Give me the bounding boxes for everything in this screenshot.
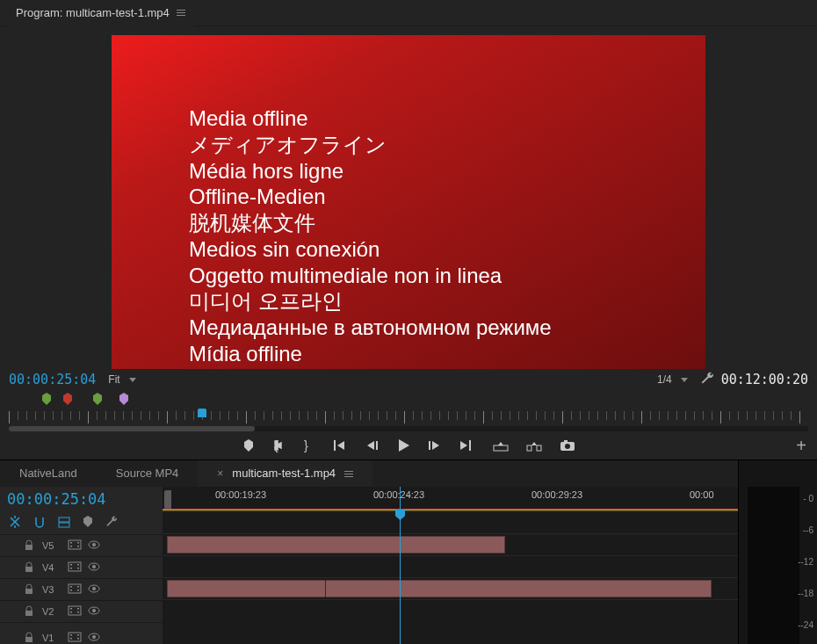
mark-out-button[interactable]: } [304, 439, 315, 452]
settings-icon[interactable] [700, 372, 714, 388]
svg-rect-15 [69, 540, 81, 549]
eye-icon[interactable] [88, 562, 98, 573]
track-header[interactable]: V3 [0, 578, 163, 600]
svg-rect-18 [77, 542, 79, 544]
svg-point-21 [92, 543, 96, 546]
filmstrip-icon[interactable] [69, 584, 79, 595]
timeline-settings-icon[interactable] [105, 516, 118, 531]
eye-icon[interactable] [88, 584, 98, 595]
timeline-tracks-area[interactable]: 00:00:19:2300:00:24:2300:00:29:2300:00 [163, 487, 738, 644]
marker[interactable] [63, 393, 70, 403]
eye-icon[interactable] [88, 606, 98, 617]
svg-point-53 [92, 635, 96, 639]
svg-rect-39 [69, 606, 81, 615]
linked-selection-icon[interactable] [58, 516, 70, 531]
svg-text:{: { [274, 438, 278, 452]
track-header[interactable]: V4 [0, 556, 163, 578]
lock-icon[interactable] [25, 606, 33, 618]
program-ruler[interactable] [0, 409, 817, 431]
play-button[interactable] [399, 439, 409, 452]
step-forward-button[interactable] [429, 440, 441, 451]
clip[interactable] [167, 580, 712, 597]
duration-timecode[interactable]: 00:12:00:20 [721, 372, 808, 387]
svg-rect-22 [25, 567, 33, 572]
tab-menu-icon[interactable] [344, 471, 353, 477]
track-header[interactable]: V5 [0, 534, 163, 556]
button-editor-icon[interactable]: + [796, 436, 806, 456]
db-label: --18 [798, 578, 813, 610]
mini-playhead[interactable] [198, 409, 206, 417]
ruler-label: 00:00 [690, 489, 714, 500]
db-label: --6 [798, 515, 813, 546]
marker[interactable] [93, 393, 100, 403]
svg-rect-26 [77, 564, 79, 566]
export-frame-button[interactable] [560, 440, 575, 451]
add-marker-button[interactable] [242, 439, 255, 452]
svg-rect-43 [77, 611, 79, 613]
filmstrip-icon[interactable] [69, 562, 79, 573]
lock-icon[interactable] [25, 540, 33, 552]
eye-icon[interactable] [88, 633, 98, 643]
svg-rect-51 [77, 638, 79, 640]
viewer-area: Media offlineメディアオフラインMédia hors ligneOf… [0, 26, 817, 369]
add-marker-icon[interactable] [83, 516, 93, 531]
svg-rect-40 [70, 608, 72, 610]
marker[interactable] [42, 393, 49, 403]
sequence-tab[interactable]: ×multicam-test-1.mp4 [198, 460, 372, 487]
audio-meter [748, 487, 799, 644]
step-back-button[interactable] [367, 440, 380, 451]
marker[interactable] [119, 393, 127, 403]
sequence-tab[interactable]: Source MP4 [97, 460, 199, 487]
in-point-marker[interactable] [164, 490, 171, 510]
clip[interactable] [167, 536, 505, 554]
track-lane[interactable] [163, 555, 738, 577]
zoom-dropdown[interactable]: Fit [103, 372, 141, 387]
filmstrip-icon[interactable] [69, 540, 79, 551]
svg-rect-42 [77, 608, 79, 610]
svg-rect-41 [70, 611, 72, 613]
ruler-label: 00:00:29:23 [531, 489, 582, 500]
program-tab[interactable]: Program: multicam-test-1.mp4 [7, 0, 194, 26]
track-header[interactable]: V1 [0, 622, 163, 644]
chevron-down-icon [681, 378, 688, 382]
track-lane[interactable] [163, 577, 738, 599]
lock-icon[interactable] [25, 584, 33, 596]
panel-menu-icon[interactable] [177, 10, 185, 16]
mark-in-button[interactable]: { [274, 439, 285, 452]
timeline-timecode[interactable]: 00:00:25:04 [7, 490, 106, 508]
svg-rect-27 [77, 568, 79, 569]
program-monitor-panel: Program: multicam-test-1.mp4 Media offli… [0, 0, 817, 459]
transport-bar: { } + [0, 431, 817, 459]
snap-toggle-icon[interactable] [33, 516, 46, 531]
nest-toggle-icon[interactable] [9, 516, 21, 531]
close-tab-icon[interactable]: × [217, 460, 223, 487]
lift-button[interactable] [494, 440, 508, 451]
track-label: V5 [42, 540, 60, 551]
timeline-playhead[interactable] [400, 487, 401, 644]
filmstrip-icon[interactable] [69, 606, 79, 617]
db-label: --12 [798, 546, 813, 578]
db-label: --24 [798, 610, 813, 641]
filmstrip-icon[interactable] [69, 633, 79, 643]
go-to-out-button[interactable] [460, 440, 474, 451]
svg-rect-25 [70, 568, 72, 569]
markers-strip[interactable] [0, 390, 817, 409]
lock-icon[interactable] [25, 562, 33, 574]
lock-icon[interactable] [25, 633, 33, 644]
go-to-in-button[interactable] [334, 440, 348, 451]
eye-icon[interactable] [88, 540, 98, 551]
sequence-tab[interactable]: NativeLand [0, 460, 97, 487]
resolution-dropdown[interactable]: 1/4 [652, 372, 693, 387]
track-lane[interactable] [163, 533, 738, 555]
extract-button[interactable] [527, 440, 541, 451]
svg-rect-3 [376, 441, 378, 450]
viewer-canvas[interactable]: Media offlineメディアオフラインMédia hors ligneOf… [112, 35, 705, 369]
svg-rect-48 [70, 634, 72, 636]
current-timecode[interactable]: 00:00:25:04 [9, 372, 96, 387]
track-lane[interactable] [163, 599, 738, 630]
track-lane[interactable] [163, 511, 738, 533]
track-label: V3 [42, 584, 60, 595]
track-label: V1 [42, 633, 60, 643]
timeline-ruler[interactable]: 00:00:19:2300:00:24:2300:00:29:2300:00 [163, 487, 738, 511]
track-header[interactable]: V2 [0, 600, 163, 622]
